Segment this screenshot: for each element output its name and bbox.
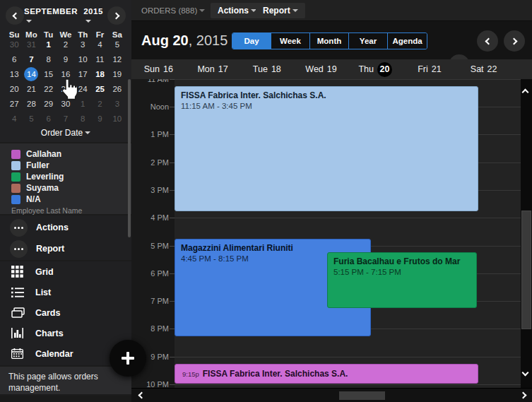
- day-column-header-sat[interactable]: Sat22: [456, 59, 511, 79]
- minical-day[interactable]: 4: [6, 111, 23, 126]
- event-time: 5:15 PM - 7:15 PM: [333, 267, 471, 278]
- scroll-down-button[interactable]: [522, 370, 529, 377]
- minical-day[interactable]: 28: [23, 96, 40, 111]
- minical-day[interactable]: 7: [57, 111, 74, 126]
- view-switch-month[interactable]: Month: [310, 33, 349, 49]
- minical-day[interactable]: 2: [91, 96, 108, 111]
- minical-day[interactable]: 21: [23, 81, 40, 96]
- view-item-grid[interactable]: Grid: [0, 261, 131, 282]
- minical-day[interactable]: 9: [91, 111, 108, 126]
- view-item-charts[interactable]: Charts: [0, 323, 131, 343]
- chevron-left-icon: [12, 12, 19, 19]
- minical-day[interactable]: 11: [91, 52, 108, 66]
- minical-day[interactable]: 17: [74, 66, 91, 81]
- minical-day[interactable]: 23: [57, 81, 74, 96]
- minical-day[interactable]: 16: [57, 66, 74, 81]
- sidebar-scrollbar-thumb[interactable]: [128, 79, 131, 237]
- calendar-event[interactable]: 9:15pFISSA Fabrica Inter. Salchichas S.A…: [175, 364, 478, 384]
- minical-day[interactable]: 8: [40, 52, 57, 66]
- minical-day[interactable]: 7: [23, 52, 40, 66]
- day-column-header-mon[interactable]: Mon17: [186, 59, 240, 79]
- current-date-label: Aug 20, 2015: [141, 22, 227, 59]
- scroll-right-button[interactable]: [520, 392, 527, 399]
- minical-week-row: 13141516171819: [6, 66, 126, 81]
- time-label: Noon: [134, 102, 169, 112]
- minical-day[interactable]: 5: [23, 111, 40, 126]
- minical-day[interactable]: 24: [74, 81, 91, 96]
- minical-day[interactable]: 3: [74, 37, 91, 52]
- minical-day[interactable]: 13: [6, 66, 23, 81]
- minical-day[interactable]: 29: [40, 96, 57, 111]
- prev-date-button[interactable]: [477, 30, 498, 52]
- horizontal-scrollbar[interactable]: [131, 388, 532, 402]
- minical-day[interactable]: 3: [109, 96, 126, 111]
- legend-swatch: [11, 184, 20, 193]
- minical-year-select[interactable]: 2015: [83, 7, 107, 24]
- next-date-button[interactable]: [504, 30, 525, 52]
- minical-day[interactable]: 10: [109, 111, 126, 126]
- orders-dropdown[interactable]: ORDERS (888): [141, 0, 205, 21]
- minical-day[interactable]: 25: [91, 81, 108, 96]
- scroll-up-button[interactable]: [522, 89, 529, 96]
- order-date-select[interactable]: Order Date: [0, 126, 131, 140]
- minical-day[interactable]: 12: [109, 52, 126, 66]
- minical-day[interactable]: 20: [6, 81, 23, 96]
- event-time: 11:15 AM - 3:45 PM: [181, 101, 472, 112]
- view-item-cards[interactable]: Cards: [0, 302, 131, 323]
- minical-day[interactable]: 31: [23, 37, 40, 52]
- view-switch-agenda[interactable]: Agenda: [388, 33, 427, 49]
- add-button[interactable]: [110, 340, 146, 377]
- report-button[interactable]: Report: [256, 3, 305, 18]
- vertical-scrollbar[interactable]: [521, 79, 532, 388]
- menu-item-actions[interactable]: Actions: [0, 217, 131, 238]
- view-switch-day[interactable]: Day: [232, 33, 271, 49]
- minical-next-button[interactable]: [107, 6, 126, 25]
- minical-day[interactable]: 14: [23, 66, 40, 81]
- day-column-header-thu[interactable]: Thu20: [348, 59, 403, 79]
- view-switch-year[interactable]: Year: [349, 33, 388, 49]
- minical-day[interactable]: 2: [57, 37, 74, 52]
- minical-day[interactable]: 5: [109, 37, 126, 52]
- vertical-scroll-thumb[interactable]: [521, 211, 531, 329]
- calendar-event[interactable]: Furia Bacalhau e Frutos do Mar5:15 PM - …: [327, 252, 477, 308]
- hour-tick: [170, 79, 175, 80]
- hour-tick: [170, 357, 175, 357]
- minical-day[interactable]: 6: [6, 52, 23, 66]
- day-column-header-sun[interactable]: Sun16: [131, 59, 186, 79]
- hour-tick: [170, 218, 175, 218]
- scroll-left-button[interactable]: [138, 392, 146, 399]
- day-column-header-tue[interactable]: Tue18: [240, 59, 294, 79]
- minical-day[interactable]: 1: [74, 96, 91, 111]
- day-column-header-fri[interactable]: Fri21: [403, 59, 457, 79]
- minical-day[interactable]: 9: [57, 52, 74, 66]
- calendar-event[interactable]: FISSA Fabrica Inter. Salchichas S.A.11:1…: [175, 86, 478, 211]
- minical-day[interactable]: 1: [40, 37, 57, 52]
- minical-day[interactable]: 27: [6, 96, 23, 111]
- ellipsis-icon: [10, 240, 28, 258]
- minical-day[interactable]: 30: [57, 96, 74, 111]
- minical-day[interactable]: 8: [74, 111, 91, 126]
- view-item-label: Grid: [35, 267, 54, 277]
- minical-day[interactable]: 26: [109, 81, 126, 96]
- minical-week-row: 27282930123: [6, 96, 126, 111]
- page-note: This page allows orders management.: [8, 371, 114, 394]
- minical-day[interactable]: 6: [40, 111, 57, 126]
- view-item-list[interactable]: List: [0, 282, 131, 302]
- minical-day[interactable]: 10: [74, 52, 91, 66]
- view-switch-week[interactable]: Week: [271, 33, 310, 49]
- menu-item-report[interactable]: Report: [0, 238, 131, 259]
- minical-day[interactable]: 30: [6, 37, 23, 52]
- view-switcher: DayWeekMonthYearAgenda: [232, 32, 427, 49]
- horizontal-scroll-thumb[interactable]: [339, 391, 385, 400]
- minical-month-select[interactable]: SEPTEMBER: [24, 7, 78, 24]
- minical-day[interactable]: 4: [91, 37, 108, 52]
- minical-day[interactable]: 22: [40, 81, 57, 96]
- calendar-icon: [11, 348, 25, 360]
- minical-day[interactable]: 19: [109, 66, 126, 81]
- minical-prev-button[interactable]: [6, 6, 24, 25]
- day-column-header-wed[interactable]: Wed19: [294, 59, 348, 79]
- legend-label: N/A: [26, 194, 41, 204]
- mini-calendar: SEPTEMBER 2015 SuMoTuWeThFrSa 3031123456…: [0, 0, 131, 142]
- minical-day[interactable]: 18: [91, 66, 108, 81]
- minical-day[interactable]: 15: [40, 66, 57, 81]
